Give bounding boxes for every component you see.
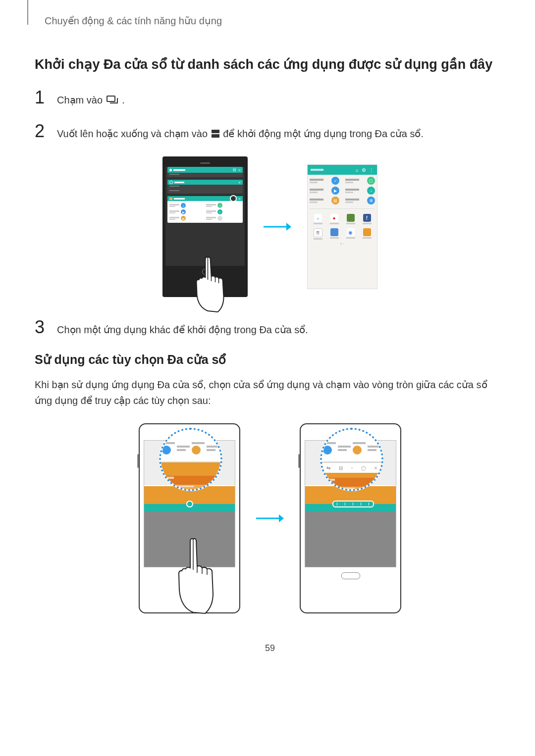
- step-2-text-b: để khởi động một ứng dụng trong Đa cửa s…: [223, 128, 424, 139]
- page-number: 59: [35, 643, 505, 654]
- settings-icon: ⚙: [362, 167, 366, 173]
- phone-options-after: ⇆ ⊟ ▫ ▢ ×: [300, 423, 401, 613]
- svg-rect-1: [212, 130, 219, 133]
- figure-multiwindow-launch: ⊟× × × ✓ ▢ ▶: [35, 156, 505, 297]
- phone-recent-apps: ⊟× × × ✓ ▢ ▶: [162, 156, 248, 297]
- step-1-text-b: .: [122, 95, 125, 105]
- step-2-number: 2: [35, 121, 47, 142]
- breadcrumb: Chuyển động & các tính năng hữu dụng: [35, 15, 505, 27]
- drag-icon: ⊟: [339, 465, 343, 471]
- step-3: 3 Chọn một ứng dụng khác để khởi động tr…: [35, 317, 505, 338]
- multiwindow-toolbar-icon: [332, 501, 374, 507]
- magnifier-icon: ⇆ ⊟ ▫ ▢ ×: [320, 428, 383, 491]
- maximize-icon: ▢: [361, 465, 366, 471]
- multiwindow-handle-icon: [186, 501, 193, 507]
- svg-rect-0: [107, 96, 115, 101]
- arrow-right-icon: [255, 512, 285, 524]
- hand-pointer-icon: [193, 252, 228, 317]
- step-1-text-a: Chạm vào: [57, 95, 106, 105]
- files-app-panel: ⌕ ⚙ ⋮ ✓ ▢ ▶ ♪ ▤ ⊞ ⬦ ● f ☰: [307, 164, 377, 289]
- phone-options-before: [139, 423, 240, 613]
- search-icon: ⌕: [356, 167, 359, 173]
- heading-launch-multiwindow: Khởi chạy Đa cửa sổ từ danh sách các ứng…: [35, 56, 505, 72]
- switch-icon: ⇆: [326, 465, 330, 471]
- recent-apps-icon: [107, 94, 118, 108]
- hand-pointer-icon: [174, 533, 219, 622]
- multiwindow-icon: [212, 127, 219, 142]
- figure-multiwindow-options: ⇆ ⊟ ▫ ▢ ×: [35, 423, 505, 613]
- step-2-text-a: Vuốt lên hoặc xuống và chạm vào: [57, 128, 211, 139]
- minimize-icon: ▫: [351, 465, 353, 471]
- step-3-number: 3: [35, 317, 47, 338]
- close-icon: ×: [374, 465, 377, 471]
- arrow-right-icon: [263, 221, 292, 233]
- step-2: 2 Vuốt lên hoặc xuống và chạm vào để khở…: [35, 121, 505, 142]
- heading-multiwindow-options: Sử dụng các tùy chọn Đa cửa sổ: [35, 353, 505, 367]
- step-1-number: 1: [35, 87, 47, 108]
- step-1: 1 Chạm vào .: [35, 87, 505, 108]
- more-icon: ⋮: [369, 167, 374, 173]
- magnifier-icon: [159, 428, 222, 491]
- step-3-text: Chọn một ứng dụng khác để khởi động tron…: [57, 322, 308, 337]
- svg-rect-2: [212, 134, 219, 138]
- body-multiwindow-options: Khi bạn sử dụng ứng dụng Đa cửa sổ, chọn…: [35, 377, 505, 408]
